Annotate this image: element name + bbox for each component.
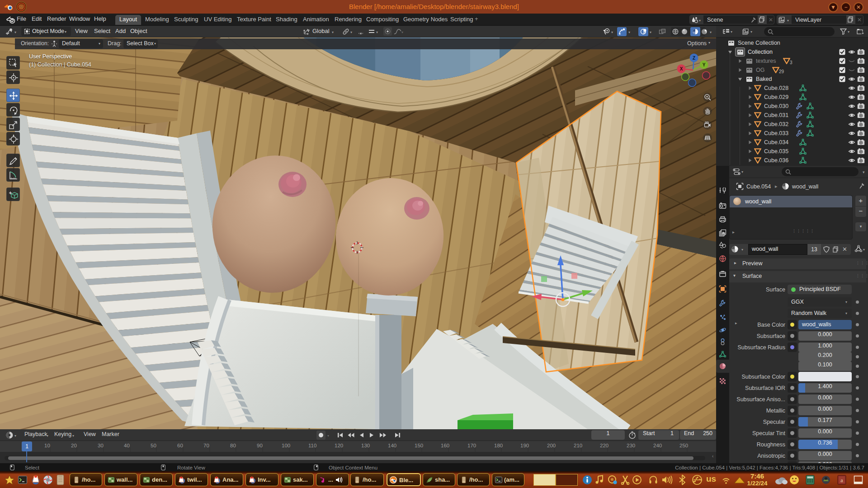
svg-text:Y: Y (703, 62, 706, 67)
svg-text:Z: Z (693, 56, 695, 61)
svg-text:X: X (680, 66, 683, 71)
svg-text:a: a (840, 477, 843, 483)
